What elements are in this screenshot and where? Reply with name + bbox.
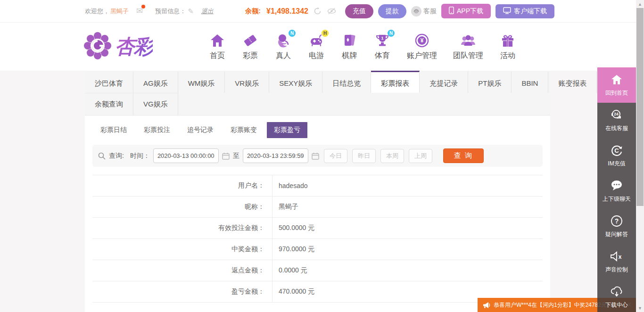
subtab-lottery-profit-loss[interactable]: 彩票盈亏 <box>267 122 307 138</box>
nav-item-sports[interactable]: 1 N 体育 <box>366 33 399 61</box>
sidebar-item-label: 声音控制 <box>605 266 628 274</box>
cards-icon <box>341 33 358 49</box>
sidebar-item-chat[interactable]: 上下级聊天 <box>597 173 636 209</box>
table-row: 有效投注金额： 500.0000 元 <box>92 218 543 239</box>
app-download-button[interactable]: APP下载 <box>441 4 491 18</box>
ticket-icon <box>242 33 259 49</box>
welcome-text: 欢迎您， <box>85 7 109 16</box>
sidebar-item-im-recharge[interactable]: C IM充值 <box>597 138 636 173</box>
nav-item-lottery[interactable]: 彩票 <box>234 33 267 61</box>
sidebar-item-label: 下载中心 <box>605 301 628 309</box>
search-icon <box>98 152 106 160</box>
sidebar-item-label: 疑问解答 <box>605 230 628 238</box>
im-recharge-icon: C <box>611 144 623 156</box>
sidebar-item-sound-control[interactable]: x 声音控制 <box>597 244 636 279</box>
deposit-button[interactable]: 充值 <box>345 4 373 18</box>
home-icon <box>209 33 226 49</box>
nav-badge: H <box>322 30 329 37</box>
client-download-label: 客户端下载 <box>514 7 547 16</box>
subtab-lottery-bets[interactable]: 彩票投注 <box>137 122 177 138</box>
calendar-icon[interactable] <box>312 152 319 160</box>
quick-today-button[interactable]: 今日 <box>324 149 347 163</box>
quick-lastweek-button[interactable]: 上周 <box>409 149 432 163</box>
svg-text:x: x <box>619 254 622 260</box>
tab-vr[interactable]: VR娱乐 <box>225 71 269 93</box>
nav-item-activity[interactable]: 活动 <box>491 33 524 61</box>
date-from-input[interactable] <box>153 148 219 163</box>
query-bar: 查询: 时间： 至 今日 昨日 本周 上周 查 询 <box>92 145 543 167</box>
nav-item-home[interactable]: 首页 <box>201 33 234 61</box>
quick-thisweek-button[interactable]: 本周 <box>380 149 404 163</box>
brand-name: 杏彩 <box>115 33 153 60</box>
tab-lottery-report[interactable]: 彩票报表 <box>371 71 420 93</box>
nav-item-boardgames[interactable]: 棋牌 <box>333 33 366 61</box>
username-text: 黑蝎子 <box>110 7 129 16</box>
row-label: 返点金额： <box>92 260 272 281</box>
top-bar: 欢迎您， 黑蝎子 ✉ 预留信息： ✎ 退出 余额: ¥1,498.1342 充值… <box>0 0 644 23</box>
nav-item-live[interactable]: N 真人 <box>267 33 300 61</box>
sidebar-item-label: IM充值 <box>608 160 625 168</box>
subtab-lottery-daily[interactable]: 彩票日结 <box>93 122 134 138</box>
row-label: 用户名： <box>92 175 272 196</box>
calendar-icon[interactable] <box>222 152 230 160</box>
client-download-button[interactable]: 客户端下载 <box>495 4 554 18</box>
svg-text:?: ? <box>615 217 619 225</box>
site-header: 杏彩 首页 彩票 N 真人 H 电游 <box>0 23 644 71</box>
customer-service-label: 客服 <box>423 7 437 16</box>
nav-badge: N <box>388 30 395 37</box>
tab-deposit-withdraw-records[interactable]: 充提记录 <box>420 71 468 93</box>
svg-text:24: 24 <box>614 112 619 116</box>
customer-service-button[interactable]: 客服 <box>411 6 437 16</box>
logout-link[interactable]: 退出 <box>201 7 214 16</box>
tab-sexy[interactable]: SEXY娱乐 <box>269 71 322 93</box>
edit-icon[interactable]: ✎ <box>188 7 194 16</box>
table-row: 用户名： hadesado <box>92 175 543 197</box>
hide-balance-eye-icon[interactable] <box>327 7 337 16</box>
tab-ag[interactable]: AG娱乐 <box>133 71 178 93</box>
svg-text:1: 1 <box>381 36 383 41</box>
tab-wm[interactable]: WM娱乐 <box>178 71 225 93</box>
scroll-up-arrow[interactable]: ▲ <box>636 0 644 8</box>
scrollbar-thumb[interactable] <box>636 8 644 206</box>
sidebar-item-faq[interactable]: ? 疑问解答 <box>597 209 636 244</box>
tab-account-change-report[interactable]: 账变报表 <box>548 71 597 93</box>
headset-icon <box>411 6 421 16</box>
refresh-balance-icon[interactable] <box>313 7 322 16</box>
phone-icon <box>449 7 454 16</box>
unread-dot-badge <box>141 5 145 8</box>
question-icon: ? <box>611 215 623 227</box>
to-separator: 至 <box>233 152 239 160</box>
tab-daily-summary[interactable]: 日结总览 <box>322 71 371 93</box>
gamepad-icon: H <box>308 33 325 49</box>
logo-flower-icon <box>84 32 111 61</box>
sidebar-item-online-service[interactable]: 24 在线客服 <box>597 103 636 138</box>
query-submit-button[interactable]: 查 询 <box>443 148 484 163</box>
tab-balance-query[interactable]: 余额查询 <box>85 93 133 115</box>
tab-shaba-sports[interactable]: 沙巴体育 <box>85 71 133 93</box>
mail-button[interactable]: ✉ <box>136 6 143 16</box>
tab-bbin[interactable]: BBIN <box>512 71 548 93</box>
sidebar-item-back-home[interactable]: 回到首页 <box>597 67 636 103</box>
tab-pt[interactable]: PT娱乐 <box>468 71 512 93</box>
brand-logo[interactable]: 杏彩 <box>84 32 183 61</box>
balance-label: 余额: <box>245 7 261 16</box>
subtab-chase-records[interactable]: 追号记录 <box>180 122 221 138</box>
withdraw-button[interactable]: 提款 <box>378 4 406 18</box>
date-to-input[interactable] <box>243 148 308 163</box>
tab-vg[interactable]: VG娱乐 <box>133 93 178 115</box>
page-scrollbar[interactable]: ▲ ▼ <box>636 0 644 312</box>
svg-text:¥: ¥ <box>421 37 424 44</box>
sidebar-item-download-center[interactable]: 下载中心 <box>597 279 636 312</box>
report-tabbar: 沙巴体育 AG娱乐 WM娱乐 VR娱乐 SEXY娱乐 日结总览 彩票报表 充提记… <box>85 71 550 115</box>
nav-label: 首页 <box>210 51 225 61</box>
nav-item-egames[interactable]: H 电游 <box>300 33 333 61</box>
scroll-down-arrow[interactable]: ▼ <box>636 304 644 312</box>
nav-item-account[interactable]: ¥ 账户管理 <box>399 33 445 61</box>
app-download-label: APP下载 <box>457 7 483 16</box>
reserved-info-label: 预留信息： <box>155 7 186 16</box>
subtab-lottery-account-change[interactable]: 彩票账变 <box>223 122 264 138</box>
quick-yesterday-button[interactable]: 昨日 <box>352 149 376 163</box>
monitor-icon <box>503 7 511 16</box>
notification-text: 恭喜用户W***4在【河内1分彩】中奖24782元 <box>494 301 607 309</box>
nav-item-team[interactable]: 团队管理 <box>445 33 491 61</box>
